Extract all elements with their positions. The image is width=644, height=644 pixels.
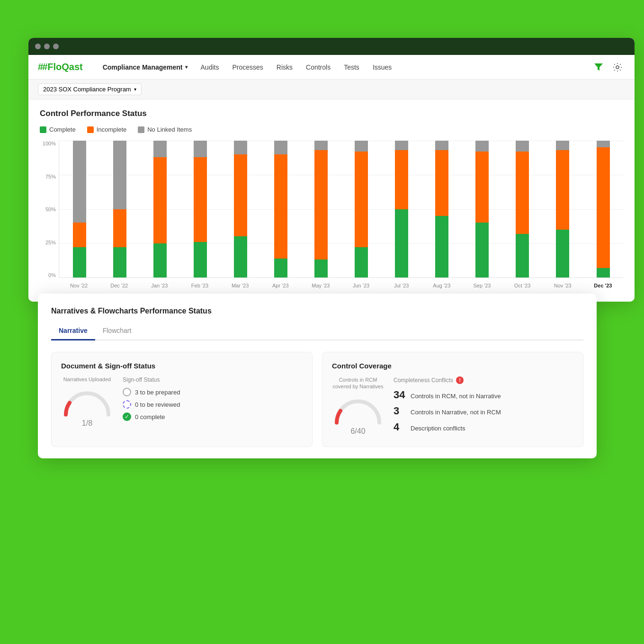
tab-flowchart[interactable]: Flowchart: [95, 323, 139, 340]
legend-incomplete-label: Incomplete: [97, 126, 127, 133]
x-label-8: Jul '23: [381, 279, 421, 292]
legend-incomplete-dot: [87, 126, 94, 133]
signoff-prepare-icon: [123, 388, 131, 396]
x-label-4: Mar '23: [220, 279, 260, 292]
nav-audits[interactable]: Audits: [194, 55, 226, 80]
nav-controls[interactable]: Controls: [299, 55, 337, 80]
signoff-item-prepare: 3 to be prepared: [123, 388, 303, 396]
bar-complete-8: [395, 209, 408, 278]
dropdown-arrow-icon: ▾: [185, 64, 188, 70]
conflict-item-1: 3 Controls in Narrative, not in RCM: [394, 405, 573, 417]
bar-none-1: [113, 141, 126, 209]
x-label-2: Jan '23: [139, 279, 179, 292]
x-label-0: Nov '22: [59, 279, 99, 292]
signoff-prepare-label: 3 to be prepared: [135, 389, 180, 396]
bar-incomplete-8: [395, 150, 408, 209]
narratives-gauge-wrap: Narratives Uploaded 1/8: [61, 376, 113, 429]
y-label-100: 100%: [43, 141, 56, 146]
breadcrumb-bar: 2023 SOX Compliance Program ▾: [28, 80, 635, 99]
bar-complete-2: [153, 243, 167, 277]
window-dot-2: [44, 44, 50, 49]
bar-none-0: [73, 141, 86, 223]
bar-group-4: [220, 141, 260, 277]
bar-complete-13: [597, 268, 610, 277]
filter-icon[interactable]: [591, 60, 606, 75]
bar-incomplete-4: [234, 154, 247, 236]
bar-incomplete-13: [597, 147, 610, 268]
bar-none-2: [153, 141, 167, 157]
legend-no-linked-dot: [138, 126, 144, 133]
bar-complete-11: [516, 234, 529, 277]
bar-group-8: [382, 141, 422, 277]
bar-none-6: [314, 141, 328, 150]
settings-icon[interactable]: [610, 60, 625, 75]
legend-complete: Complete: [40, 126, 76, 133]
x-axis: Nov '22Dec '22Jan '23Feb '23Mar '23Apr '…: [59, 279, 623, 292]
window-dot-1: [35, 44, 41, 49]
tab-narrative[interactable]: Narrative: [51, 323, 95, 340]
doc-signoff-inner: Narratives Uploaded 1/8 Sign-off Status: [61, 376, 303, 429]
logo: ##FloQast: [38, 62, 83, 72]
bar-none-11: [516, 141, 529, 152]
breadcrumb-pill[interactable]: 2023 SOX Compliance Program ▾: [38, 83, 142, 95]
y-label-75: 75%: [45, 174, 56, 179]
bar-none-9: [435, 141, 448, 150]
conflict-label-0: Controls in RCM, not in Narrative: [411, 393, 501, 400]
x-label-10: Sep '23: [462, 279, 502, 292]
legend-no-linked: No Linked Items: [138, 126, 192, 133]
coverage-gauge-value: 6/40: [350, 422, 365, 437]
conflict-num-2: 4: [394, 421, 407, 433]
x-label-13: Dec '23: [583, 279, 623, 292]
nav-processes[interactable]: Processes: [225, 55, 269, 80]
svg-point-0: [616, 66, 619, 69]
x-label-12: Nov '23: [543, 279, 583, 292]
bar-none-13: [597, 141, 610, 147]
bar-incomplete-3: [194, 157, 207, 242]
doc-signoff-title: Document & Sign-off Status: [61, 362, 303, 370]
bar-complete-6: [314, 259, 328, 277]
bar-incomplete-11: [516, 152, 529, 233]
legend-incomplete: Incomplete: [87, 126, 127, 133]
x-label-9: Aug '23: [421, 279, 462, 292]
bar-none-7: [355, 141, 368, 152]
legend-complete-dot: [40, 126, 46, 133]
nav-risks[interactable]: Risks: [270, 55, 299, 80]
x-label-5: Apr '23: [260, 279, 301, 292]
bar-complete-12: [556, 230, 569, 277]
x-label-6: May '23: [301, 279, 341, 292]
y-label-0: 0%: [48, 272, 56, 278]
logo-text: #FloQast: [42, 62, 83, 72]
bar-incomplete-1: [113, 209, 126, 248]
coverage-gauge-label: Controls in RCM covered by Narratives: [332, 376, 384, 390]
nav-compliance[interactable]: Compliance Management ▾: [96, 55, 194, 80]
bar-incomplete-12: [556, 150, 569, 230]
chart-container: 100% 75% 50% 25% 0% Nov '22Dec '22Jan '2…: [40, 141, 623, 292]
x-label-3: Feb '23: [179, 279, 220, 292]
legend-complete-label: Complete: [49, 126, 76, 133]
coverage-title: Control Coverage: [332, 362, 573, 370]
signoff-review-icon: [123, 400, 131, 409]
nav-tests[interactable]: Tests: [337, 55, 366, 80]
narratives-gauge-value: 1/8: [82, 414, 92, 429]
bar-group-13: [583, 141, 623, 277]
signoff-complete-icon: ✓: [123, 412, 131, 421]
bar-none-4: [234, 141, 247, 154]
conflict-label-2: Description conflicts: [411, 425, 465, 432]
bar-complete-3: [194, 242, 207, 277]
signoff-section: Sign-off Status 3 to be prepared 0 to be…: [123, 376, 303, 425]
window-dot-3: [53, 44, 59, 49]
bar-complete-7: [355, 247, 368, 277]
bar-incomplete-7: [355, 152, 368, 247]
x-label-7: Jun '23: [341, 279, 381, 292]
tabs-bar: Narrative Flowchart: [51, 323, 583, 340]
coverage-card: Control Coverage Controls in RCM covered…: [322, 352, 583, 447]
bar-group-5: [260, 141, 301, 277]
doc-signoff-card: Document & Sign-off Status Narratives Up…: [51, 352, 313, 447]
signoff-review-label: 0 to be reviewed: [135, 401, 180, 408]
window-titlebar: [28, 38, 635, 55]
bar-group-2: [140, 141, 180, 277]
nav-issues[interactable]: Issues: [366, 55, 398, 80]
y-axis: 100% 75% 50% 25% 0%: [40, 141, 59, 278]
bar-group-7: [341, 141, 382, 277]
breadcrumb-dropdown-icon: ▾: [134, 87, 136, 92]
